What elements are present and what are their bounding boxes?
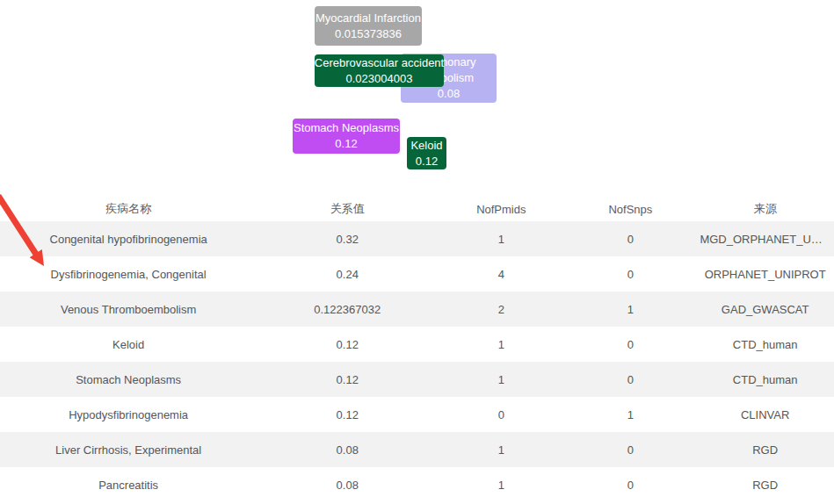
table-cell: 0.24 [257,256,438,292]
table-cell: 0 [564,327,696,362]
table-cell: 1 [564,397,696,432]
tag-value: 0.12 [416,154,438,169]
table-cell: 1 [564,292,696,327]
table-cell: 0.12 [257,362,438,397]
table-cell: 1 [438,362,564,397]
table-cell: 0 [564,432,696,467]
tag-label: Stomach Neoplasms [294,120,399,136]
table-cell: Hypodysfibrinogenemia [0,397,257,432]
tag-value: 0.12 [335,136,357,152]
tag-label: Keloid [410,138,442,154]
column-header-nofpmids: NofPmids [438,197,564,221]
table-cell: CTD_human [696,362,834,397]
table-cell: RGD [696,467,834,502]
tag-cerebrovascular-accident[interactable]: Cerebrovascular accident 0.023004003 [315,54,444,87]
table-cell: ORPHANET_UNIPROT [696,256,834,292]
table-cell: Keloid [0,327,257,362]
table-cell: 2 [438,292,564,327]
table-cell: 0 [564,221,696,256]
table-row[interactable]: Congenital hypofibrinogenemia0.3210MGD_O… [0,221,834,256]
tag-stomach-neoplasms[interactable]: Stomach Neoplasms 0.12 [293,119,400,154]
table-cell: Dysfibrinogenemia, Congenital [0,256,257,292]
tag-value: 0.08 [438,86,460,102]
table-cell: 0 [438,397,564,432]
tag-label: Cerebrovascular accident [315,55,444,71]
tag-value: 0.023004003 [346,71,413,87]
column-header-source: 来源 [696,197,834,221]
table-cell: Liver Cirrhosis, Experimental [0,432,257,467]
table-cell: 1 [438,432,564,467]
table-cell: 0.122367032 [257,292,438,327]
table-cell: 0 [564,256,696,292]
table-row[interactable]: Hypodysfibrinogenemia0.1201CLINVAR [0,397,834,432]
table-row[interactable]: Stomach Neoplasms0.1210CTD_human [0,362,834,397]
tag-label: Myocardial Infarction [315,11,421,26]
table-body: Congenital hypofibrinogenemia0.3210MGD_O… [0,221,834,502]
table-cell: 1 [438,467,564,502]
table-row[interactable]: Venous Thromboembolism0.12236703221GAD_G… [0,292,834,327]
tag-value: 0.015373836 [335,26,402,42]
table-cell: Pancreatitis [0,467,257,502]
table-cell: GAD_GWASCAT [696,292,834,327]
column-header-nofsnps: NofSnps [564,197,696,221]
tag-myocardial-infarction[interactable]: Myocardial Infarction 0.015373836 [315,6,422,46]
table-cell: Venous Thromboembolism [0,292,257,327]
page: Myocardial Infarction 0.015373836 Pulmon… [0,0,834,504]
table-cell: MGD_ORPHANET_UNI... [696,221,834,256]
table-cell: CTD_human [696,327,834,362]
tag-keloid[interactable]: Keloid 0.12 [407,137,446,169]
table-cell: 0.08 [257,467,438,502]
table-row[interactable]: Liver Cirrhosis, Experimental0.0810RGD [0,432,834,467]
table-cell: 0.08 [257,432,438,467]
column-header-relation-value: 关系值 [257,197,438,221]
table-cell: 0.32 [257,221,438,256]
table-cell: CLINVAR [696,397,834,432]
table-row[interactable]: Dysfibrinogenemia, Congenital0.2440ORPHA… [0,256,834,292]
table-cell: 4 [438,256,564,292]
disease-relations-table: 疾病名称 关系值 NofPmids NofSnps 来源 Congenital … [0,197,834,502]
table-header-row: 疾病名称 关系值 NofPmids NofSnps 来源 [0,197,834,221]
table-cell: 0 [564,467,696,502]
table-cell: 0.12 [257,327,438,362]
table-cell: RGD [696,432,834,467]
table-cell: 0.12 [257,397,438,432]
column-header-disease-name: 疾病名称 [0,197,257,221]
table-cell: 1 [438,221,564,256]
table-cell: Stomach Neoplasms [0,362,257,397]
table-row[interactable]: Pancreatitis0.0810RGD [0,467,834,502]
table-row[interactable]: Keloid0.1210CTD_human [0,327,834,362]
table-cell: 1 [438,327,564,362]
table-cell: 0 [564,362,696,397]
table-cell: Congenital hypofibrinogenemia [0,221,257,256]
